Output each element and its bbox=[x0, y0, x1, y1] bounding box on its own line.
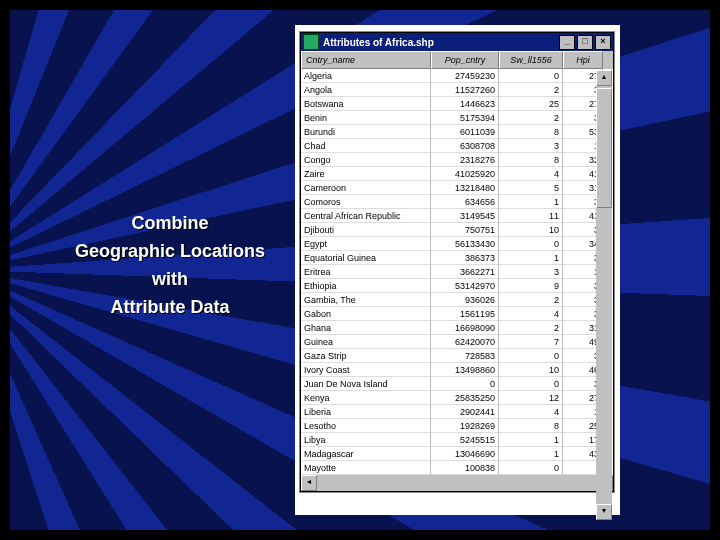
titlebar[interactable]: Attributes of Africa.shp _ □ × bbox=[301, 33, 613, 51]
cell-country: Gambia, The bbox=[301, 293, 431, 307]
table-row[interactable]: Benin517539423 bbox=[301, 111, 613, 125]
cell-sw: 8 bbox=[499, 125, 563, 139]
cell-pop: 1928269 bbox=[431, 419, 499, 433]
h-scroll-track[interactable] bbox=[317, 475, 597, 491]
table-row[interactable]: Guinea62420070749 bbox=[301, 335, 613, 349]
cell-sw: 3 bbox=[499, 265, 563, 279]
table-row[interactable]: Burundi6011039853 bbox=[301, 125, 613, 139]
table-row[interactable]: Comoros63465613 bbox=[301, 195, 613, 209]
attribute-window: Attributes of Africa.shp _ □ × Cntry_nam… bbox=[300, 32, 614, 492]
cell-sw: 1 bbox=[499, 433, 563, 447]
v-scroll-thumb[interactable] bbox=[596, 88, 612, 208]
col-hpi[interactable]: Hpi bbox=[563, 51, 603, 69]
cell-sw: 1 bbox=[499, 447, 563, 461]
caption-line: Combine bbox=[55, 210, 285, 238]
table-row[interactable]: Lesotho1928269825 bbox=[301, 419, 613, 433]
cell-country: Djibouti bbox=[301, 223, 431, 237]
table-row[interactable]: Egypt56133430034 bbox=[301, 237, 613, 251]
col-country-name[interactable]: Cntry_name bbox=[301, 51, 431, 69]
maximize-button[interactable]: □ bbox=[577, 35, 593, 50]
cell-sw: 0 bbox=[499, 69, 563, 83]
slide-caption: Combine Geographic Locations with Attrib… bbox=[55, 210, 285, 322]
cell-pop: 386373 bbox=[431, 251, 499, 265]
horizontal-scrollbar[interactable]: ◄ ► bbox=[301, 475, 613, 491]
cell-pop: 728583 bbox=[431, 349, 499, 363]
cell-pop: 3149545 bbox=[431, 209, 499, 223]
cell-pop: 750751 bbox=[431, 223, 499, 237]
cell-pop: 3662271 bbox=[431, 265, 499, 279]
cell-country: Zaire bbox=[301, 167, 431, 181]
table-row[interactable]: Equatorial Guinea38637313 bbox=[301, 251, 613, 265]
cell-sw: 1 bbox=[499, 195, 563, 209]
table-row[interactable]: Juan De Nova Island003 bbox=[301, 377, 613, 391]
scroll-up-icon[interactable]: ▲ bbox=[596, 70, 612, 86]
cell-pop: 100838 bbox=[431, 461, 499, 475]
cell-country: Angola bbox=[301, 83, 431, 97]
scroll-left-icon[interactable]: ◄ bbox=[301, 475, 317, 491]
cell-country: Libya bbox=[301, 433, 431, 447]
cell-pop: 936026 bbox=[431, 293, 499, 307]
cell-sw: 5 bbox=[499, 181, 563, 195]
table-body: Algeria27459230027Angola1152726023Botswa… bbox=[301, 69, 613, 475]
table-row[interactable]: Liberia290244141 bbox=[301, 405, 613, 419]
column-headers: Cntry_name Pop_cntry Sw_ll1556 Hpi bbox=[301, 51, 613, 69]
cell-sw: 1 bbox=[499, 251, 563, 265]
col-pop-cntry[interactable]: Pop_cntry bbox=[431, 51, 499, 69]
table-row[interactable]: Gabon156119543 bbox=[301, 307, 613, 321]
table-row[interactable]: Libya5245515117 bbox=[301, 433, 613, 447]
table-row[interactable]: Chad630870831 bbox=[301, 139, 613, 153]
cell-sw: 2 bbox=[499, 321, 563, 335]
cell-sw: 3 bbox=[499, 139, 563, 153]
table-row[interactable]: Angola1152726023 bbox=[301, 83, 613, 97]
col-sw[interactable]: Sw_ll1556 bbox=[499, 51, 563, 69]
table-row[interactable]: Botswana14466232527 bbox=[301, 97, 613, 111]
cell-country: Ivory Coast bbox=[301, 363, 431, 377]
cell-pop: 5245515 bbox=[431, 433, 499, 447]
table-row[interactable]: Ivory Coast134988601046 bbox=[301, 363, 613, 377]
table-row[interactable]: Mayotte1008380 bbox=[301, 461, 613, 475]
cell-sw: 0 bbox=[499, 377, 563, 391]
cell-country: Lesotho bbox=[301, 419, 431, 433]
table-row[interactable]: Congo2318276832 bbox=[301, 153, 613, 167]
table-row[interactable]: Cameroon13218480531 bbox=[301, 181, 613, 195]
table-row[interactable]: Ghana16698090231 bbox=[301, 321, 613, 335]
table-row[interactable]: Kenya258352501227 bbox=[301, 391, 613, 405]
table-row[interactable]: Madagascar13046690143 bbox=[301, 447, 613, 461]
cell-country: Cameroon bbox=[301, 181, 431, 195]
cell-sw: 2 bbox=[499, 293, 563, 307]
cell-sw: 12 bbox=[499, 391, 563, 405]
scroll-down-icon[interactable]: ▼ bbox=[596, 504, 612, 520]
minimize-button[interactable]: _ bbox=[559, 35, 575, 50]
cell-sw: 4 bbox=[499, 405, 563, 419]
cell-sw: 7 bbox=[499, 335, 563, 349]
cell-country: Mayotte bbox=[301, 461, 431, 475]
cell-pop: 1561195 bbox=[431, 307, 499, 321]
cell-sw: 25 bbox=[499, 97, 563, 111]
cell-pop: 6011039 bbox=[431, 125, 499, 139]
cell-pop: 25835250 bbox=[431, 391, 499, 405]
cell-country: Ethiopia bbox=[301, 279, 431, 293]
table-row[interactable]: Ethiopia5314297093 bbox=[301, 279, 613, 293]
close-button[interactable]: × bbox=[595, 35, 611, 50]
table-row[interactable]: Gambia, The93602623 bbox=[301, 293, 613, 307]
cell-country: Kenya bbox=[301, 391, 431, 405]
cell-sw: 0 bbox=[499, 461, 563, 475]
cell-country: Comoros bbox=[301, 195, 431, 209]
table-row[interactable]: Zaire41025920441 bbox=[301, 167, 613, 181]
cell-pop: 634656 bbox=[431, 195, 499, 209]
table-row[interactable]: Djibouti750751103 bbox=[301, 223, 613, 237]
vertical-scrollbar[interactable]: ▲ ▼ bbox=[596, 70, 612, 520]
cell-sw: 8 bbox=[499, 419, 563, 433]
cell-pop: 1446623 bbox=[431, 97, 499, 111]
window-title: Attributes of Africa.shp bbox=[323, 37, 557, 48]
table-row[interactable]: Central African Republic31495451141 bbox=[301, 209, 613, 223]
table-row[interactable]: Eritrea366227131 bbox=[301, 265, 613, 279]
app-icon bbox=[303, 34, 319, 50]
cell-sw: 4 bbox=[499, 307, 563, 321]
cell-pop: 13218480 bbox=[431, 181, 499, 195]
table-row[interactable]: Gaza Strip72858303 bbox=[301, 349, 613, 363]
cell-pop: 2902441 bbox=[431, 405, 499, 419]
table-row[interactable]: Algeria27459230027 bbox=[301, 69, 613, 83]
cell-country: Botswana bbox=[301, 97, 431, 111]
cell-sw: 10 bbox=[499, 223, 563, 237]
